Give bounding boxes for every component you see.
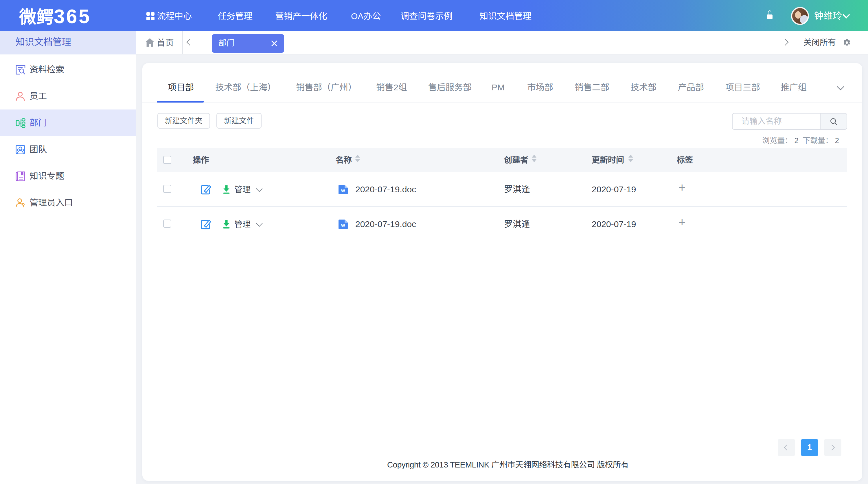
svg-text:w: w: [341, 222, 345, 228]
svg-text:w: w: [341, 187, 345, 193]
